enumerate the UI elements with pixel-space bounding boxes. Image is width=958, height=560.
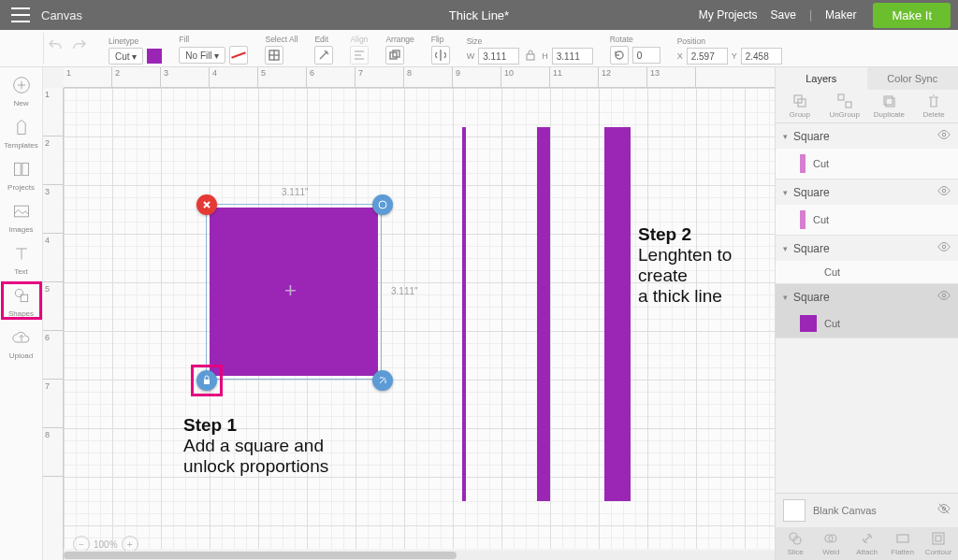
- redo-icon[interactable]: [71, 37, 88, 54]
- svg-rect-27: [933, 533, 944, 544]
- position-label: Position: [677, 36, 782, 46]
- lock-highlight: [191, 365, 223, 396]
- shape-line-1[interactable]: [462, 127, 466, 501]
- menu-icon[interactable]: [11, 7, 30, 22]
- shapes-button[interactable]: Shapes: [3, 283, 40, 318]
- layer-item[interactable]: ▾SquareCut: [776, 236, 958, 284]
- linetype-color[interactable]: [147, 49, 162, 64]
- linetype-label: Linetype: [109, 36, 162, 46]
- resize-handle[interactable]: [372, 370, 393, 391]
- arrange-button[interactable]: [385, 46, 404, 65]
- rotate-button[interactable]: [610, 46, 629, 65]
- ungroup-button[interactable]: UnGroup: [824, 93, 865, 119]
- save-button[interactable]: Save: [771, 8, 796, 22]
- scrollbar-horizontal[interactable]: [64, 551, 775, 560]
- visibility-toggle[interactable]: [937, 502, 951, 519]
- fill-select[interactable]: No Fill ▾: [179, 47, 225, 64]
- images-button[interactable]: Images: [3, 199, 40, 234]
- shape-line-2[interactable]: [537, 127, 550, 501]
- left-toolbar: New Templates Projects Images Text Shape…: [0, 67, 43, 560]
- svg-rect-28: [936, 536, 941, 541]
- flatten-button[interactable]: Flatten: [885, 531, 921, 556]
- flip-button[interactable]: [431, 46, 450, 65]
- svg-rect-26: [897, 535, 908, 542]
- layer-item[interactable]: ▾SquareCut: [776, 179, 958, 236]
- document-title[interactable]: Thick Line*: [449, 8, 509, 22]
- top-bar: Canvas Thick Line* My Projects Save | Ma…: [0, 0, 958, 30]
- step2-text: Step 2 Lenghten to create a thick line: [638, 224, 775, 306]
- my-projects-link[interactable]: My Projects: [699, 8, 758, 22]
- ruler-horizontal: 12345678910111213: [64, 67, 775, 88]
- layer-item[interactable]: ▾SquareCut: [776, 284, 958, 338]
- select-all-button[interactable]: [265, 46, 283, 65]
- new-button[interactable]: New: [3, 73, 40, 108]
- duplicate-button[interactable]: Duplicate: [868, 93, 909, 119]
- svg-rect-16: [886, 98, 894, 107]
- weld-button[interactable]: Weld: [813, 531, 849, 556]
- lock-icon[interactable]: [526, 50, 535, 61]
- dim-width: 3.111": [282, 187, 309, 197]
- svg-rect-13: [838, 94, 844, 100]
- shape-line-3[interactable]: [604, 127, 631, 501]
- blank-swatch: [783, 499, 806, 522]
- attach-button[interactable]: Attach: [849, 531, 884, 556]
- height-input[interactable]: 3.111: [552, 48, 593, 65]
- separator: |: [809, 8, 812, 22]
- align-label: Align: [350, 35, 369, 44]
- edit-button[interactable]: [314, 46, 333, 65]
- text-button[interactable]: Text: [3, 241, 40, 276]
- app-title: Canvas: [41, 8, 82, 22]
- projects-button[interactable]: Projects: [3, 157, 40, 192]
- svg-point-8: [15, 289, 22, 296]
- arrange-label: Arrange: [385, 35, 414, 44]
- eye-icon[interactable]: [937, 240, 951, 256]
- templates-button[interactable]: Templates: [3, 115, 40, 150]
- pos-y-input[interactable]: 2.458: [741, 48, 782, 65]
- svg-rect-5: [14, 163, 21, 175]
- svg-rect-6: [22, 163, 28, 175]
- draw-color[interactable]: [229, 46, 248, 65]
- undo-icon[interactable]: [47, 37, 64, 54]
- svg-point-19: [942, 245, 946, 249]
- align-button[interactable]: [350, 46, 369, 65]
- eye-icon[interactable]: [937, 184, 951, 200]
- size-label: Size: [467, 36, 593, 46]
- edit-label: Edit: [314, 35, 333, 44]
- svg-point-20: [942, 294, 946, 297]
- flip-label: Flip: [431, 35, 450, 44]
- center-cross-icon: +: [284, 279, 297, 303]
- make-it-button[interactable]: Make It: [873, 3, 951, 28]
- group-button[interactable]: Group: [779, 93, 820, 119]
- eye-icon[interactable]: [937, 128, 951, 144]
- rotate-input[interactable]: 0: [632, 47, 660, 64]
- layer-item[interactable]: ▾SquareCut: [776, 123, 958, 179]
- blank-canvas-row[interactable]: Blank Canvas: [776, 493, 958, 527]
- width-input[interactable]: 3.111: [478, 48, 519, 65]
- tab-colorsync[interactable]: Color Sync: [867, 67, 959, 90]
- delete-button[interactable]: Delete: [913, 93, 954, 119]
- svg-point-18: [942, 189, 946, 193]
- svg-rect-3: [527, 54, 534, 60]
- svg-rect-14: [846, 102, 851, 108]
- options-toolbar: Linetype Cut ▾ Fill No Fill ▾ Select All…: [0, 30, 958, 67]
- layers-panel: Layers Color Sync Group UnGroup Duplicat…: [775, 67, 958, 560]
- step1-text: Step 1 Add a square and unlock proportio…: [183, 415, 328, 477]
- delete-handle[interactable]: [196, 194, 217, 215]
- tab-layers[interactable]: Layers: [776, 67, 867, 90]
- dim-height: 3.111": [391, 286, 418, 296]
- canvas[interactable]: 12345678910111213 12345678 + 3.111" 3.11…: [43, 67, 775, 560]
- canvas-grid[interactable]: [64, 88, 775, 549]
- select-all-label: Select All: [265, 35, 298, 44]
- rotate-handle[interactable]: [372, 194, 393, 215]
- ruler-vertical: 12345678: [43, 88, 64, 560]
- contour-button[interactable]: Contour: [921, 531, 956, 556]
- svg-rect-15: [884, 96, 893, 105]
- slice-button[interactable]: Slice: [777, 531, 813, 556]
- machine-selector[interactable]: Maker: [825, 8, 860, 22]
- linetype-select[interactable]: Cut ▾: [109, 48, 143, 65]
- rotate-label: Rotate: [610, 35, 660, 44]
- eye-icon[interactable]: [937, 289, 951, 305]
- fill-label: Fill: [179, 35, 248, 44]
- upload-button[interactable]: Upload: [3, 325, 40, 360]
- pos-x-input[interactable]: 2.597: [687, 48, 728, 65]
